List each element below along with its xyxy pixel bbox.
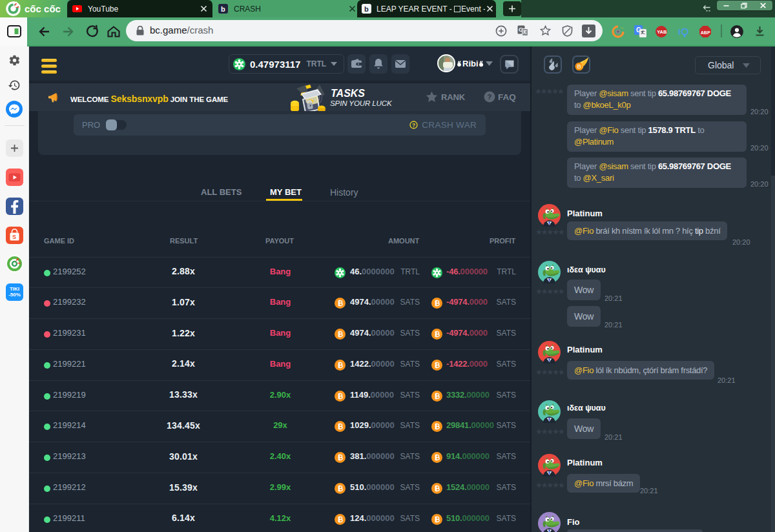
svg-text:?: ? — [488, 93, 492, 101]
svg-text:B: B — [577, 63, 582, 70]
svg-text:b: b — [364, 5, 369, 13]
svg-text:b: b — [221, 5, 225, 13]
svg-text:ABP: ABP — [701, 30, 710, 35]
svg-text:S: S — [12, 234, 16, 240]
svg-text:?: ? — [412, 122, 415, 128]
svg-text:YAB: YAB — [657, 29, 667, 35]
svg-text:I: I — [678, 27, 681, 37]
